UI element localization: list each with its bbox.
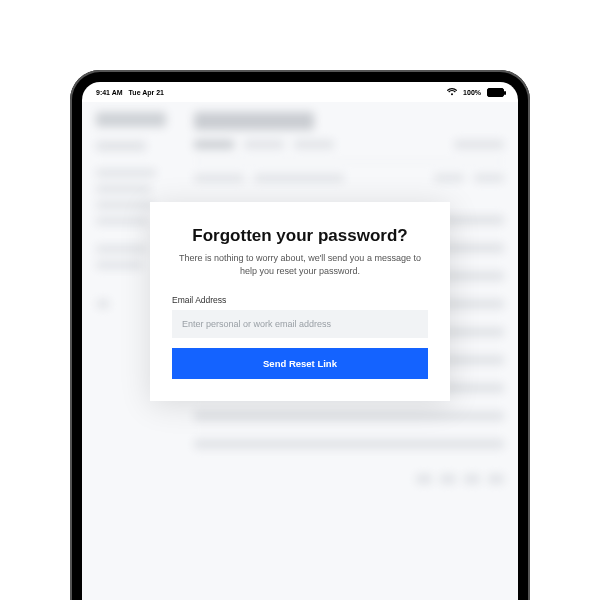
tablet-device-frame: 9:41 AM Tue Apr 21 100%	[70, 70, 530, 600]
screen: 9:41 AM Tue Apr 21 100%	[82, 82, 518, 600]
modal-subtitle: There is nothing to worry about, we'll s…	[172, 252, 428, 277]
send-reset-link-button[interactable]: Send Reset Link	[172, 348, 428, 379]
modal-title: Forgotten your password?	[172, 226, 428, 246]
forgot-password-modal: Forgotten your password? There is nothin…	[150, 202, 450, 401]
email-input[interactable]	[172, 310, 428, 338]
status-time: 9:41 AM	[96, 89, 123, 96]
battery-icon	[487, 88, 504, 97]
status-bar: 9:41 AM Tue Apr 21 100%	[82, 82, 518, 101]
email-label: Email Address	[172, 295, 428, 305]
status-date: Tue Apr 21	[129, 89, 164, 96]
battery-percentage: 100%	[463, 89, 481, 96]
wifi-icon	[447, 88, 457, 97]
